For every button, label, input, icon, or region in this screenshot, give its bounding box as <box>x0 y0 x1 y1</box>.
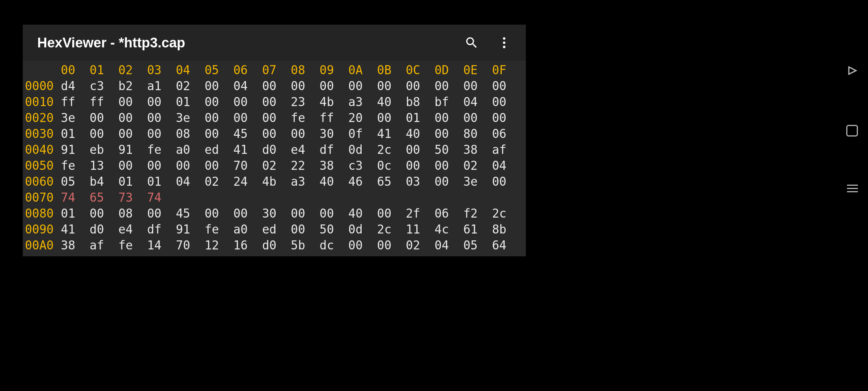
nav-recent-icon[interactable] <box>846 125 858 136</box>
hex-row[interactable]: 0010 ff ff 00 00 01 00 00 00 23 4b a3 40… <box>25 94 526 110</box>
hex-bytes: 38 af fe 14 70 12 16 d0 5b dc 00 00 02 0… <box>61 238 506 252</box>
hex-row[interactable]: 0040 91 eb 91 fe a0 ed 41 d0 e4 df 0d 2c… <box>25 142 526 158</box>
hex-bytes: fe 13 00 00 00 00 70 02 22 38 c3 0c 00 0… <box>61 159 506 173</box>
hex-column-header: 00 01 02 03 04 05 06 07 08 09 0A 0B 0C 0… <box>25 62 526 78</box>
offset: 0020 <box>25 111 61 125</box>
hex-row[interactable]: 0030 01 00 00 00 08 00 45 00 00 30 0f 41… <box>25 126 526 142</box>
offset: 0080 <box>25 206 61 220</box>
hex-bytes: 05 b4 01 01 04 02 24 4b a3 40 46 65 03 0… <box>61 175 506 189</box>
offset: 0060 <box>25 175 61 189</box>
nav-menu-icon[interactable] <box>847 185 858 192</box>
offset: 0000 <box>25 79 61 93</box>
overflow-menu-icon[interactable] <box>493 32 515 54</box>
hex-row[interactable]: 0050 fe 13 00 00 00 00 70 02 22 38 c3 0c… <box>25 158 526 174</box>
svg-point-2 <box>503 46 506 48</box>
offset: 0040 <box>25 143 61 157</box>
svg-point-0 <box>503 37 506 40</box>
titlebar: HexViewer - *http3.cap <box>23 25 526 61</box>
hex-row[interactable]: 0060 05 b4 01 01 04 02 24 4b a3 40 46 65… <box>25 174 526 190</box>
search-icon[interactable] <box>461 32 482 54</box>
hex-row[interactable]: 0090 41 d0 e4 df 91 fe a0 ed 00 50 0d 2c… <box>25 222 526 237</box>
offset: 00A0 <box>25 238 61 252</box>
svg-point-1 <box>503 42 506 44</box>
offset: 0030 <box>25 127 61 141</box>
hex-bytes: d4 c3 b2 a1 02 00 04 00 00 00 00 00 00 0… <box>61 79 506 93</box>
offset: 0090 <box>25 222 61 236</box>
hex-row[interactable]: 0080 01 00 08 00 45 00 00 30 00 00 40 00… <box>25 206 526 222</box>
hex-dump[interactable]: 00 01 02 03 04 05 06 07 08 09 0A 0B 0C 0… <box>23 61 526 253</box>
offset: 0010 <box>25 95 61 109</box>
hex-bytes: 01 00 08 00 45 00 00 30 00 00 40 00 2f 0… <box>61 206 506 220</box>
hex-bytes: 91 eb 91 fe a0 ed 41 d0 e4 df 0d 2c 00 5… <box>61 143 506 157</box>
hex-bytes: 01 00 00 00 08 00 45 00 00 30 0f 41 40 0… <box>61 127 506 141</box>
nav-back-icon[interactable] <box>847 65 858 77</box>
hexviewer-window: HexViewer - *http3.cap 00 01 02 03 04 05… <box>23 25 526 256</box>
hex-bytes: 41 d0 e4 df 91 fe a0 ed 00 50 0d 2c 11 4… <box>61 222 506 236</box>
hex-row[interactable]: 0000 d4 c3 b2 a1 02 00 04 00 00 00 00 00… <box>25 78 526 94</box>
hex-bytes: 74 65 73 74 <box>61 190 506 205</box>
offset: 0050 <box>25 159 61 173</box>
hex-row[interactable]: 0070 74 65 73 74 test <box>25 190 526 206</box>
hex-row[interactable]: 0020 3e 00 00 00 3e 00 00 00 fe ff 20 00… <box>25 110 526 126</box>
hex-bytes: 3e 00 00 00 3e 00 00 00 fe ff 20 00 01 0… <box>61 111 506 125</box>
hex-bytes: ff ff 00 00 01 00 00 00 23 4b a3 40 b8 b… <box>61 95 506 109</box>
app-title: HexViewer - *http3.cap <box>37 35 450 51</box>
offset: 0070 <box>25 190 61 205</box>
hex-row[interactable]: 00A0 38 af fe 14 70 12 16 d0 5b dc 00 00… <box>25 237 526 253</box>
